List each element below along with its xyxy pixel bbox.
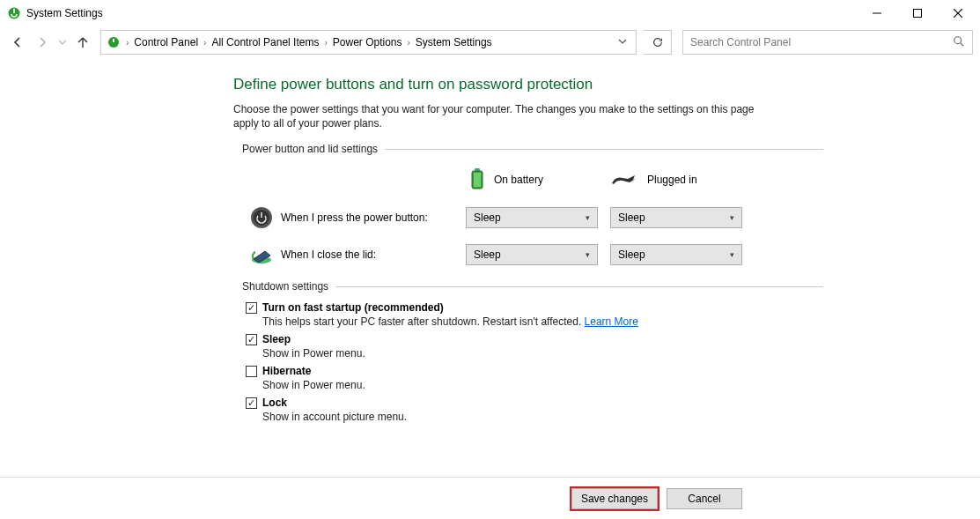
section-power-label: Power button and lid settings: [242, 143, 378, 155]
fast-startup-label: Turn on fast startup (recommended): [262, 301, 444, 314]
svg-rect-3: [914, 10, 922, 18]
sleep-checkbox[interactable]: [246, 334, 257, 345]
breadcrumb-item[interactable]: All Control Panel Items: [210, 36, 321, 48]
lock-label: Lock: [262, 397, 287, 409]
hibernate-label: Hibernate: [262, 365, 311, 377]
location-icon: [107, 35, 121, 49]
maximize-button[interactable]: [897, 0, 938, 26]
chevron-down-icon: ▾: [586, 250, 590, 259]
up-button[interactable]: [72, 32, 93, 53]
select-value: Sleep: [618, 248, 645, 261]
fast-startup-row: Turn on fast startup (recommended) This …: [246, 301, 810, 328]
section-shutdown: Shutdown settings: [242, 280, 823, 293]
sleep-sub: Show in Power menu.: [262, 347, 810, 360]
plug-icon: [610, 171, 638, 189]
chevron-icon: ›: [126, 38, 129, 48]
lock-sub: Show in account picture menu.: [262, 411, 810, 423]
divider: [335, 286, 823, 287]
nav-bar: › Control Panel › All Control Panel Item…: [0, 26, 980, 58]
col-battery-label: On battery: [494, 174, 543, 186]
svg-rect-7: [113, 39, 114, 42]
app-icon: [7, 6, 21, 20]
select-value: Sleep: [618, 211, 645, 224]
lid-row: When I close the lid: Sleep ▾ Sleep ▾: [249, 240, 810, 270]
breadcrumb-item[interactable]: System Settings: [414, 36, 494, 48]
divider: [385, 149, 823, 150]
lid-icon: [249, 242, 274, 267]
svg-line-9: [961, 42, 964, 46]
lid-battery-select[interactable]: Sleep ▾: [466, 244, 598, 265]
learn-more-link[interactable]: Learn More: [585, 315, 638, 328]
search-placeholder: Search Control Panel: [690, 36, 791, 48]
svg-rect-12: [474, 173, 481, 187]
col-plugged-label: Plugged in: [647, 174, 697, 186]
minimize-button[interactable]: [857, 0, 897, 26]
address-bar[interactable]: › Control Panel › All Control Panel Item…: [100, 30, 637, 55]
section-power-button: Power button and lid settings: [242, 143, 823, 155]
select-value: Sleep: [474, 248, 501, 261]
svg-point-8: [954, 36, 962, 43]
power-button-icon: [249, 205, 274, 230]
main-content: Define power buttons and turn on passwor…: [0, 58, 810, 423]
section-shutdown-label: Shutdown settings: [242, 280, 328, 293]
hibernate-sub: Show in Power menu.: [262, 379, 810, 391]
svg-rect-1: [13, 9, 15, 13]
lock-row: Lock Show in account picture menu.: [246, 397, 810, 423]
chevron-icon: ›: [203, 38, 206, 48]
hibernate-checkbox[interactable]: [246, 366, 257, 377]
power-button-battery-select[interactable]: Sleep ▾: [466, 207, 598, 228]
title-bar: System Settings: [0, 0, 980, 26]
breadcrumb-item[interactable]: Power Options: [331, 36, 404, 48]
forward-button[interactable]: [32, 32, 53, 53]
recent-dropdown[interactable]: [56, 32, 69, 53]
page-heading: Define power buttons and turn on passwor…: [233, 76, 810, 93]
address-dropdown[interactable]: [613, 36, 632, 48]
fast-startup-checkbox[interactable]: [246, 302, 257, 314]
search-input[interactable]: Search Control Panel: [682, 30, 973, 55]
battery-icon: [469, 167, 485, 193]
window-title: System Settings: [26, 7, 103, 19]
search-icon: [953, 35, 965, 50]
save-changes-button[interactable]: Save changes: [571, 488, 658, 509]
column-headers: On battery Plugged in: [242, 164, 810, 196]
page-description: Choose the power settings that you want …: [233, 102, 762, 130]
lid-plugged-select[interactable]: Sleep ▾: [610, 244, 742, 265]
back-button[interactable]: [7, 32, 28, 53]
chevron-down-icon: ▾: [730, 250, 734, 259]
select-value: Sleep: [474, 211, 501, 224]
col-battery: On battery: [469, 167, 610, 193]
power-button-label: When I press the power button:: [281, 211, 466, 224]
chevron-icon: ›: [408, 38, 410, 48]
power-button-row: When I press the power button: Sleep ▾ S…: [249, 203, 810, 233]
lid-label: When I close the lid:: [281, 248, 466, 261]
col-plugged: Plugged in: [610, 171, 751, 189]
chevron-down-icon: ▾: [586, 213, 590, 222]
lock-checkbox[interactable]: [246, 397, 257, 409]
chevron-icon: ›: [324, 38, 327, 48]
cancel-button[interactable]: Cancel: [667, 488, 742, 509]
sleep-label: Sleep: [262, 333, 291, 345]
breadcrumb-item[interactable]: Control Panel: [132, 36, 200, 48]
power-button-plugged-select[interactable]: Sleep ▾: [610, 207, 742, 228]
chevron-down-icon: ▾: [730, 213, 734, 222]
sleep-row: Sleep Show in Power menu.: [246, 333, 810, 360]
close-button[interactable]: [938, 0, 978, 26]
hibernate-row: Hibernate Show in Power menu.: [246, 365, 810, 391]
footer: Save changes Cancel: [0, 477, 980, 519]
refresh-button[interactable]: [644, 30, 672, 55]
fast-startup-sub: This helps start your PC faster after sh…: [262, 315, 810, 328]
